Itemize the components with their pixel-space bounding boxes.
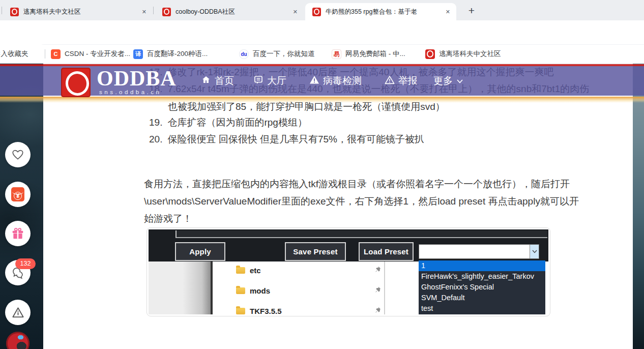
list-number: 19. [149, 117, 162, 128]
bookmark-label: 网易免费邮箱 - 中... [345, 49, 405, 59]
nav-label: 病毒检测 [323, 74, 362, 88]
virus-scan-icon [309, 75, 319, 88]
red-packet-icon: ¥ [11, 187, 24, 201]
file-explorer-left-pane [149, 261, 211, 314]
nav-label: 举报 [398, 74, 418, 88]
bookmark-baidu[interactable]: du 百度一下，你就知道 [239, 45, 315, 63]
bookmarks-separator [45, 49, 45, 59]
svm-screenshot: Apply Save Preset Load Preset etc mods T… [149, 229, 548, 314]
folder-name: etc [250, 266, 261, 275]
browser-window: 逃离塔科夫中文社区 ✕ coolboy-ODDBA社区 ✕ 牛奶熊的355 rp… [0, 0, 644, 349]
notification-badge: 132 [15, 258, 36, 269]
browser-toolbar: https://sns.oddba.cn/78249.html A [0, 20, 644, 45]
bookmark-netease-mail[interactable]: 易 网易免费邮箱 - 中... [332, 45, 405, 63]
paragraph-text: 食用方法，直接把压缩包内的内容拖入tkf游戏根目录（或者你照着名字一个一个放也行… [144, 179, 570, 189]
chevron-down-icon [456, 75, 463, 86]
paragraph-text: \user\mods\ServerValueModifier里面的exe文件，右… [144, 196, 579, 207]
tab-1[interactable]: 逃离塔科夫中文社区 ✕ [3, 3, 153, 20]
nav-label: 大厅 [267, 74, 286, 88]
tab-2[interactable]: coolboy-ODDBA社区 ✕ [155, 3, 304, 20]
svm-panel-edge [175, 230, 547, 238]
oddba-logo-seal[interactable] [61, 68, 91, 97]
tab-separator [153, 7, 154, 14]
oddba-icon [425, 49, 435, 59]
report-issue-button[interactable] [5, 300, 31, 325]
nav-item-more[interactable]: 更多 [433, 73, 463, 89]
report-icon [385, 75, 395, 88]
bookmark-label: 百度翻译-200种语... [147, 49, 208, 59]
bookmark-label: CSDN - 专业开发者... [65, 49, 130, 59]
red-packet-button[interactable]: ¥ [5, 182, 31, 207]
tab-strip: 逃离塔科夫中文社区 ✕ coolboy-ODDBA社区 ✕ 牛奶熊的355 rp… [0, 0, 644, 20]
site-navbar: ODDBA sns.oddba.cn 首页 大厅 [0, 66, 644, 96]
bookmark-label: 逃离塔科夫中文社区 [439, 49, 501, 59]
folder-name: mods [250, 286, 270, 295]
csdn-icon: C [51, 49, 61, 59]
list-text: 仓库扩容（因为前面的rpg模组） [167, 117, 307, 128]
paragraph-line-3: 始游戏了！ [144, 212, 192, 225]
netease-mail-icon: 易 [332, 49, 341, 59]
apply-button: Apply [175, 242, 225, 261]
preset-dropdown-list: 1 FireHawk's_slightly_easier_Tarkov Ghos… [419, 260, 545, 314]
like-button[interactable] [5, 142, 31, 167]
page-background-right [633, 63, 644, 349]
bookmarks-bar: 导入收藏夹 C CSDN - 专业开发者... 译 百度翻译-200种语... … [0, 45, 644, 64]
gift-button[interactable] [5, 221, 31, 246]
dropdown-option: GhostFenixx's Special [419, 282, 545, 293]
folder-icon [236, 287, 245, 294]
preset-combobox [419, 244, 539, 259]
folder-row-mods: mods [236, 286, 270, 295]
gift-icon [11, 227, 24, 240]
paragraph-line-2: \user\mods\ServerValueModifier里面的exe文件，右… [144, 195, 579, 208]
tab-3-active[interactable]: 牛奶熊的355 rpg整合包：基于老 ✕ [305, 3, 456, 20]
bookmark-label: 导入收藏夹 [0, 49, 28, 59]
folder-row-tkf: TKF3.5.5 [236, 306, 282, 314]
folder-name: TKF3.5.5 [250, 307, 282, 315]
new-tab-button[interactable]: + [465, 4, 478, 17]
oddba-favicon [10, 8, 19, 16]
save-preset-button: Save Preset [285, 242, 346, 261]
tab-separator [2, 7, 2, 14]
nav-item-virus-scan[interactable]: 病毒检测 [309, 73, 362, 89]
baidu-translate-icon: 译 [133, 49, 143, 59]
nav-label: 更多 [433, 74, 453, 88]
list-number: 20. [149, 134, 162, 144]
site-logo-subtitle: sns.oddba.cn [99, 89, 161, 95]
load-preset-button: Load Preset [359, 242, 414, 261]
dropdown-option: FireHawk's_slightly_easier_Tarkov [419, 271, 545, 282]
baidu-icon: du [239, 49, 249, 59]
folder-row-etc: etc [236, 266, 261, 275]
list-divider [384, 261, 385, 314]
folder-icon [236, 267, 245, 274]
bookmark-baidu-translate[interactable]: 译 百度翻译-200种语... [133, 45, 208, 63]
bookmark-csdn[interactable]: C CSDN - 专业开发者... [51, 45, 130, 63]
nav-item-lobby[interactable]: 大厅 [253, 73, 286, 89]
yen-glyph: ¥ [14, 192, 22, 200]
pin-icon [374, 307, 381, 314]
close-icon[interactable]: ✕ [140, 8, 149, 16]
nav-item-report[interactable]: 举报 [385, 73, 418, 89]
list-text: 也被我加强到了85，能打穿护甲胸口就是一枪死（谨慎使用svd） [168, 101, 445, 112]
list-text: 保险很便宜 回保很快 但是几率只有75%，很有可能镜子被扒 [167, 134, 424, 144]
warning-info-icon [11, 306, 25, 319]
folder-icon [236, 308, 245, 314]
list-item-19: 19.仓库扩容（因为前面的rpg模组） [149, 116, 307, 129]
pin-icon [374, 266, 381, 275]
bookmark-label: 百度一下，你就知道 [253, 49, 315, 59]
site-logo[interactable]: ODDBA [97, 66, 177, 91]
list-item-20: 20.保险很便宜 回保很快 但是几率只有75%，很有可能镜子被扒 [149, 133, 424, 146]
combobox-chevron-icon [530, 245, 539, 258]
close-icon[interactable]: ✕ [444, 8, 452, 16]
paragraph-text: 始游戏了！ [144, 213, 192, 224]
dropdown-option: test [419, 303, 545, 314]
close-icon[interactable]: ✕ [291, 8, 300, 16]
nav-item-home[interactable]: 首页 [201, 73, 234, 89]
tab-title: 牛奶熊的355 rpg整合包：基于老 [326, 8, 439, 16]
bookmark-oddba[interactable]: 逃离塔科夫中文社区 [425, 45, 501, 63]
heart-icon [11, 148, 24, 161]
dropdown-option-selected: 1 [419, 260, 545, 271]
lobby-icon [253, 75, 264, 88]
tab-title: coolboy-ODDBA社区 [175, 8, 235, 16]
oddba-favicon [162, 8, 171, 16]
bookmark-import-favorites[interactable]: 导入收藏夹 [0, 45, 28, 63]
